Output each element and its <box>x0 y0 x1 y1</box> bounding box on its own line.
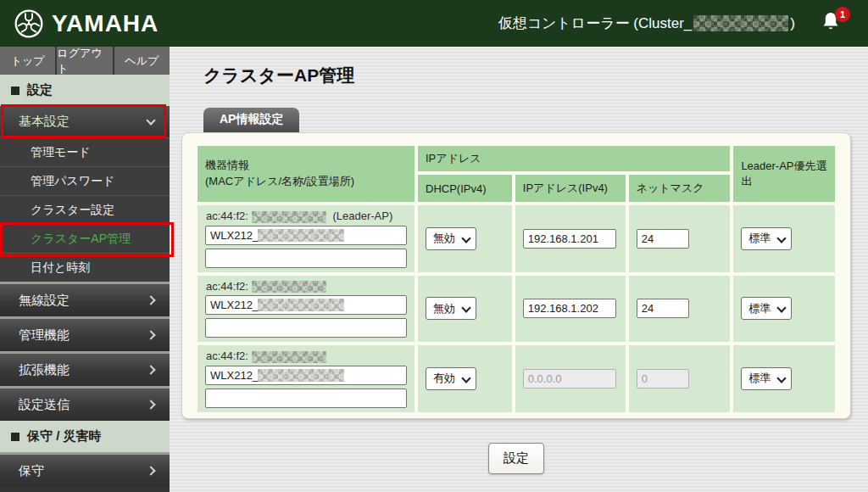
controller-title-text: 仮想コントローラー (Cluster_ <box>498 14 693 33</box>
ip-address-input[interactable] <box>523 299 616 318</box>
mac-address-label: ac:44:f2: <box>206 349 407 363</box>
leader-cell: 標準 <box>733 345 835 412</box>
table-row: ac:44:f2: (Leader-AP) 無効 <box>198 205 835 272</box>
sidebar-item-extended-functions[interactable]: 拡張機能 <box>0 351 170 386</box>
submit-button[interactable]: 設定 <box>488 443 544 474</box>
netmask-input[interactable] <box>637 299 689 318</box>
redacted-ap-name <box>258 229 344 242</box>
redacted-mac <box>252 281 326 293</box>
leader-cell: 標準 <box>733 205 835 272</box>
square-bullet-icon <box>11 433 19 441</box>
sidebar-top-tabs: トップ ログアウト ヘルプ <box>0 47 170 75</box>
ip-address-input[interactable] <box>523 229 616 249</box>
sidebar-tab-logout[interactable]: ログアウト <box>57 47 114 75</box>
netmask-cell <box>629 276 731 343</box>
leader-priority-select[interactable]: 標準 <box>741 227 792 250</box>
netmask-input <box>637 369 689 389</box>
leader-priority-select[interactable]: 標準 <box>741 367 792 390</box>
chevron-right-icon <box>146 466 155 475</box>
netmask-input[interactable] <box>637 229 689 249</box>
sidebar-item-admin-mode[interactable]: 管理モード <box>0 137 170 166</box>
sidebar-item-cluster-settings[interactable]: クラスター設定 <box>0 195 170 224</box>
page-title: クラスターAP管理 <box>203 64 851 87</box>
device-cell: ac:44:f2: <box>198 345 415 412</box>
sidebar-item-maintenance[interactable]: 保守 <box>0 452 170 487</box>
netmask-cell <box>629 345 731 412</box>
table-row: ac:44:f2: 有効 標準 <box>198 345 835 412</box>
col-header-ip: IPアドレス(IPv4) <box>515 175 626 202</box>
ip-cell <box>515 205 626 272</box>
leader-cell: 標準 <box>733 276 835 343</box>
sidebar-section-maintenance: 保守 / 災害時 <box>0 421 170 452</box>
chevron-right-icon <box>146 330 155 339</box>
sidebar: トップ ログアウト ヘルプ 設定 基本設定 管理モード 管理パスワード クラスタ… <box>0 47 170 492</box>
sidebar-tab-top[interactable]: トップ <box>0 47 57 75</box>
sidebar-tab-help[interactable]: ヘルプ <box>114 47 170 75</box>
sidebar-item-cluster-ap-management[interactable]: クラスターAP管理 <box>0 224 170 253</box>
mac-address-label: ac:44:f2: <box>206 280 407 294</box>
mac-address-label: ac:44:f2: (Leader-AP) <box>206 210 407 223</box>
col-header-netmask: ネットマスク <box>629 175 731 202</box>
controller-title: 仮想コントローラー (Cluster_ ) <box>498 14 795 33</box>
chevron-right-icon <box>146 400 155 409</box>
sidebar-item-basic-settings[interactable]: 基本設定 <box>0 106 170 137</box>
yamaha-logo: YAMAHA <box>14 8 159 39</box>
device-cell: ac:44:f2: <box>198 276 415 343</box>
sidebar-item-management-functions[interactable]: 管理機能 <box>0 316 170 351</box>
chevron-right-icon <box>146 365 155 374</box>
ap-location-input[interactable] <box>205 318 407 338</box>
leader-priority-select[interactable]: 標準 <box>741 297 792 320</box>
sidebar-item-date-time[interactable]: 日付と時刻 <box>0 253 170 282</box>
dhcp-select[interactable]: 無効 <box>426 227 476 250</box>
redacted-mac <box>252 351 326 363</box>
ip-cell <box>515 345 626 412</box>
brand-text: YAMAHA <box>52 10 159 37</box>
dhcp-cell: 無効 <box>418 276 512 343</box>
ap-location-input[interactable] <box>205 389 407 408</box>
tab-ap-info-settings[interactable]: AP情報設定 <box>203 108 299 132</box>
redacted-cluster-id <box>693 15 788 31</box>
sidebar-item-wireless-settings[interactable]: 無線設定 <box>0 282 170 316</box>
dhcp-cell: 有効 <box>418 345 512 412</box>
square-bullet-icon <box>11 87 19 95</box>
dhcp-cell: 無効 <box>418 205 512 272</box>
device-cell: ac:44:f2: (Leader-AP) <box>198 205 415 272</box>
dhcp-select[interactable]: 無効 <box>426 297 476 320</box>
yamaha-tuning-forks-icon <box>14 8 44 39</box>
col-header-leader-ap: Leader-AP優先選出 <box>733 146 835 202</box>
ip-cell <box>515 276 626 343</box>
redacted-ap-name <box>258 299 344 311</box>
col-header-dhcp: DHCP(IPv4) <box>418 175 512 202</box>
chevron-down-icon <box>146 115 155 125</box>
sidebar-section-settings: 設定 <box>0 75 170 106</box>
ap-settings-panel: 機器情報 (MACアドレス/名称/設置場所) IPアドレス Leader-AP優… <box>181 132 851 419</box>
submit-row: 設定 <box>181 443 851 474</box>
col-header-ip-group: IPアドレス <box>418 146 730 171</box>
netmask-cell <box>629 205 731 272</box>
sidebar-item-settings-transmission[interactable]: 設定送信 <box>0 386 170 421</box>
dhcp-select[interactable]: 有効 <box>426 367 476 390</box>
redacted-ap-name <box>258 369 344 382</box>
app-header: YAMAHA 仮想コントローラー (Cluster_ ) 1 <box>0 0 868 47</box>
ap-table: 機器情報 (MACアドレス/名称/設置場所) IPアドレス Leader-AP優… <box>194 143 838 416</box>
col-header-device-info: 機器情報 (MACアドレス/名称/設置場所) <box>198 146 415 202</box>
ap-location-input[interactable] <box>205 249 407 268</box>
chevron-right-icon <box>146 295 155 305</box>
table-row: ac:44:f2: 無効 標準 <box>198 276 835 343</box>
ip-address-input <box>523 369 616 389</box>
notification-badge: 1 <box>835 7 850 22</box>
redacted-mac <box>252 211 326 223</box>
sidebar-item-admin-password[interactable]: 管理パスワード <box>0 166 170 195</box>
notification-bell-button[interactable]: 1 <box>821 11 843 36</box>
main-content: クラスターAP管理 AP情報設定 機器情報 (MACアドレス/名称/設置場所) … <box>170 47 868 492</box>
